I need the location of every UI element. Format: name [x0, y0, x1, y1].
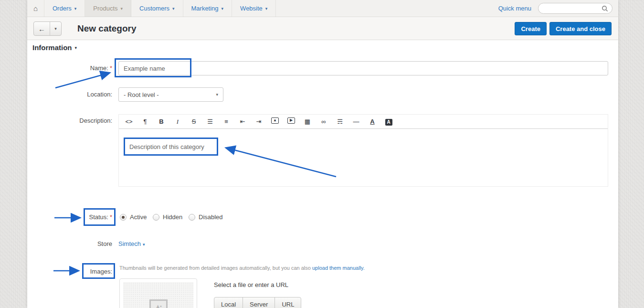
chevron-down-icon: ▾ [54, 26, 57, 31]
outdent-icon[interactable]: ⇤ [234, 117, 251, 127]
description-editor-text[interactable]: Description of this category [129, 143, 204, 150]
store-label: Store [31, 240, 112, 247]
source-code-icon[interactable]: <> [121, 117, 137, 127]
nav-item-orders[interactable]: Orders ▾ [44, 0, 85, 17]
page-header: ← ▾ New category Create Create and close [27, 18, 618, 40]
chevron-down-icon: ▾ [74, 6, 77, 11]
create-button[interactable]: Create [515, 22, 546, 35]
chevron-down-icon: ▾ [143, 242, 145, 247]
chevron-down-icon: ▾ [75, 45, 77, 50]
image-upload-placeholder[interactable]: ▲• [119, 278, 197, 308]
page-title: New category [77, 23, 137, 34]
insert-image-icon[interactable]: ▲ [267, 117, 283, 127]
align-icon[interactable]: ☴ [332, 117, 348, 127]
status-radio-disabled[interactable] [189, 214, 195, 221]
search-icon [602, 5, 608, 12]
location-select[interactable]: - Root level - ▾ [118, 87, 223, 102]
form-content: Information▾ Name:* Location: - Root lev… [27, 41, 618, 308]
background-color-icon[interactable]: A [380, 117, 397, 127]
status-option-label[interactable]: Disabled [199, 213, 223, 221]
insert-table-icon[interactable]: ▦ [299, 117, 316, 127]
ordered-list-icon[interactable]: ≡ [218, 117, 234, 127]
home-icon[interactable]: ⌂ [27, 0, 44, 17]
back-button-group: ← ▾ [33, 21, 62, 36]
tab-url[interactable]: URL [274, 297, 301, 308]
indent-icon[interactable]: ⇥ [251, 117, 267, 127]
insert-video-icon[interactable]: ▶ [283, 117, 299, 127]
quick-search-input[interactable] [542, 5, 602, 12]
quick-menu-link[interactable]: Quick menu [498, 5, 531, 12]
required-marker: * [110, 213, 112, 221]
paragraph-format-icon[interactable]: ¶ [137, 117, 153, 127]
upload-manually-link[interactable]: upload them manually. [312, 265, 365, 271]
insert-link-icon[interactable]: ∞ [316, 117, 332, 127]
status-radio-active[interactable] [120, 214, 127, 221]
information-section-toggle[interactable]: Information▾ [32, 43, 77, 52]
nav-item-products[interactable]: Products ▾ [85, 0, 131, 17]
status-option-label[interactable]: Hidden [163, 213, 182, 221]
text-color-icon[interactable]: A [364, 117, 380, 127]
description-editor: <> ¶ B I S ☰ ≡ ⇤ ⇥ ▲ ▶ ▦ ∞ ☴ — A A [118, 114, 608, 187]
chevron-down-icon: ▾ [265, 6, 268, 11]
status-label: Status:* [31, 213, 112, 221]
status-option-label[interactable]: Active [130, 213, 147, 221]
nav-item-label: Customers [139, 5, 169, 12]
nav-item-label: Products [93, 5, 117, 12]
admin-page: ⌂ Orders ▾ Products ▾ Customers ▾ Market… [0, 0, 644, 308]
location-selected-value: - Root level - [124, 91, 159, 98]
top-navbar: ⌂ Orders ▾ Products ▾ Customers ▾ Market… [27, 0, 618, 17]
image-dropzone[interactable]: ▲• [123, 282, 193, 308]
select-file-label: Select a file or enter a URL [214, 281, 288, 288]
quick-search[interactable] [538, 3, 612, 14]
images-hint: Thumbnails will be generated from detail… [119, 265, 365, 271]
location-label: Location: [31, 91, 112, 98]
create-and-close-button[interactable]: Create and close [549, 22, 612, 35]
nav-item-website[interactable]: Website ▾ [232, 0, 276, 17]
name-input[interactable] [118, 61, 608, 75]
chevron-down-icon: ▾ [222, 6, 224, 11]
back-dropdown-button[interactable]: ▾ [50, 22, 61, 35]
section-title: Information [32, 43, 72, 52]
navbar-right: Quick menu [498, 0, 618, 17]
editor-toolbar: <> ¶ B I S ☰ ≡ ⇤ ⇥ ▲ ▶ ▦ ∞ ☴ — A A [119, 115, 608, 129]
images-label: Images: [31, 268, 112, 275]
status-radio-hidden[interactable] [153, 214, 159, 221]
header-actions: Create Create and close [515, 22, 618, 35]
file-source-tabs: Local Server URL [214, 297, 301, 308]
chevron-down-icon: ▾ [121, 6, 123, 11]
italic-icon[interactable]: I [169, 117, 186, 127]
store-select-link[interactable]: Simtech▾ [118, 240, 145, 247]
nav-item-label: Marketing [191, 5, 219, 12]
bold-icon[interactable]: B [153, 117, 169, 127]
chevron-down-icon: ▾ [216, 92, 218, 97]
nav-item-label: Orders [53, 5, 72, 12]
name-label: Name:* [31, 64, 112, 72]
back-arrow-icon: ← [38, 25, 45, 33]
nav-item-marketing[interactable]: Marketing ▾ [183, 0, 232, 17]
description-label: Description: [31, 117, 112, 124]
nav-item-label: Website [240, 5, 263, 12]
required-marker: * [110, 64, 112, 72]
unordered-list-icon[interactable]: ☰ [202, 117, 218, 127]
admin-panel: ⌂ Orders ▾ Products ▾ Customers ▾ Market… [27, 0, 618, 308]
tab-local[interactable]: Local [214, 297, 243, 308]
back-button[interactable]: ← [34, 22, 50, 35]
chevron-down-icon: ▾ [172, 6, 175, 11]
tab-server[interactable]: Server [243, 297, 275, 308]
image-placeholder-icon: ▲• [149, 299, 168, 308]
strikethrough-icon[interactable]: S [186, 117, 202, 127]
nav-item-customers[interactable]: Customers ▾ [131, 0, 183, 17]
horizontal-line-icon[interactable]: — [348, 117, 364, 127]
